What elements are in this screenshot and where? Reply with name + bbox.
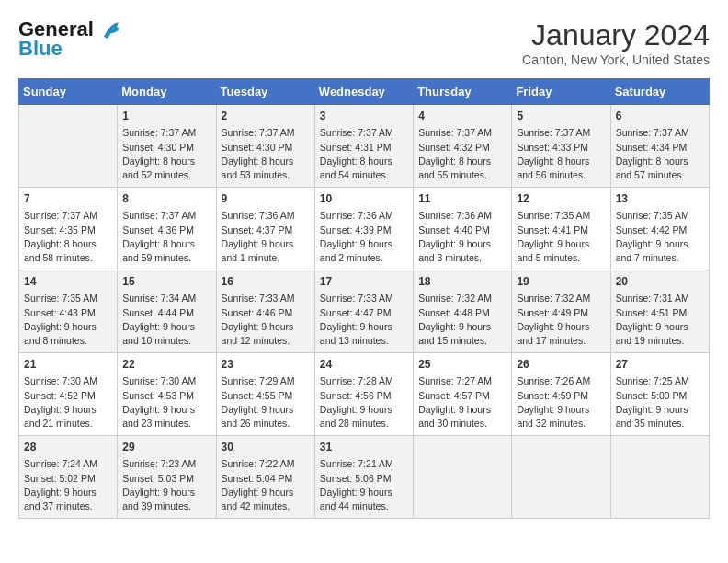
day-number: 21 [24, 357, 112, 373]
day-number: 3 [320, 109, 408, 124]
calendar-cell: 9Sunrise: 7:36 AM Sunset: 4:37 PM Daylig… [216, 188, 314, 270]
calendar-week-row: 28Sunrise: 7:24 AM Sunset: 5:02 PM Dayli… [19, 436, 710, 519]
day-number: 7 [24, 191, 112, 207]
calendar-cell: 10Sunrise: 7:36 AM Sunset: 4:39 PM Dayli… [314, 188, 413, 270]
day-number: 10 [320, 191, 408, 207]
day-number: 17 [320, 274, 408, 290]
calendar-cell: 15Sunrise: 7:34 AM Sunset: 4:44 PM Dayli… [118, 270, 216, 353]
day-info: Sunrise: 7:35 AM Sunset: 4:41 PM Dayligh… [517, 209, 605, 265]
day-number: 5 [517, 109, 605, 124]
calendar-cell: 22Sunrise: 7:30 AM Sunset: 4:53 PM Dayli… [118, 353, 216, 436]
day-number: 26 [517, 357, 605, 373]
calendar-title: January 2024 [522, 18, 710, 52]
calendar-cell: 1Sunrise: 7:37 AM Sunset: 4:30 PM Daylig… [118, 105, 216, 188]
day-info: Sunrise: 7:37 AM Sunset: 4:36 PM Dayligh… [122, 209, 210, 265]
day-info: Sunrise: 7:32 AM Sunset: 4:49 PM Dayligh… [517, 292, 605, 348]
calendar-cell: 24Sunrise: 7:28 AM Sunset: 4:56 PM Dayli… [314, 353, 413, 436]
day-number: 9 [222, 191, 310, 207]
day-number: 18 [418, 274, 506, 290]
weekday-header-row: SundayMondayTuesdayWednesdayThursdayFrid… [19, 79, 710, 105]
calendar-cell: 5Sunrise: 7:37 AM Sunset: 4:33 PM Daylig… [512, 105, 610, 188]
day-number: 16 [222, 274, 310, 290]
day-number: 19 [517, 274, 605, 290]
weekday-header-tuesday: Tuesday [216, 79, 314, 105]
calendar-cell: 14Sunrise: 7:35 AM Sunset: 4:43 PM Dayli… [19, 270, 118, 353]
day-info: Sunrise: 7:36 AM Sunset: 4:39 PM Dayligh… [320, 209, 408, 265]
day-info: Sunrise: 7:33 AM Sunset: 4:46 PM Dayligh… [222, 292, 310, 348]
day-info: Sunrise: 7:36 AM Sunset: 4:37 PM Dayligh… [222, 209, 310, 265]
calendar-cell: 18Sunrise: 7:32 AM Sunset: 4:48 PM Dayli… [414, 270, 512, 353]
calendar-week-row: 14Sunrise: 7:35 AM Sunset: 4:43 PM Dayli… [19, 270, 710, 353]
day-number: 27 [616, 357, 704, 373]
day-number: 11 [418, 191, 506, 207]
day-number: 28 [24, 440, 112, 455]
calendar-subtitle: Canton, New York, United States [522, 52, 710, 67]
logo-bird-icon [102, 20, 126, 40]
calendar-cell: 29Sunrise: 7:23 AM Sunset: 5:03 PM Dayli… [118, 436, 216, 519]
day-info: Sunrise: 7:35 AM Sunset: 4:43 PM Dayligh… [24, 292, 112, 348]
day-info: Sunrise: 7:30 AM Sunset: 4:53 PM Dayligh… [122, 374, 210, 431]
weekday-header-wednesday: Wednesday [314, 79, 413, 105]
day-number: 2 [222, 109, 310, 124]
calendar-cell: 19Sunrise: 7:32 AM Sunset: 4:49 PM Dayli… [512, 270, 610, 353]
day-info: Sunrise: 7:23 AM Sunset: 5:03 PM Dayligh… [122, 457, 210, 513]
calendar-cell: 28Sunrise: 7:24 AM Sunset: 5:02 PM Dayli… [19, 436, 118, 519]
day-info: Sunrise: 7:37 AM Sunset: 4:30 PM Dayligh… [222, 126, 310, 182]
day-info: Sunrise: 7:22 AM Sunset: 5:04 PM Dayligh… [222, 457, 310, 513]
calendar-cell: 27Sunrise: 7:25 AM Sunset: 5:00 PM Dayli… [610, 353, 709, 436]
day-number: 4 [418, 109, 506, 124]
day-number: 1 [122, 109, 210, 124]
day-info: Sunrise: 7:32 AM Sunset: 4:48 PM Dayligh… [418, 292, 506, 348]
weekday-header-saturday: Saturday [610, 79, 709, 105]
day-info: Sunrise: 7:27 AM Sunset: 4:57 PM Dayligh… [418, 374, 506, 431]
day-info: Sunrise: 7:37 AM Sunset: 4:34 PM Dayligh… [616, 126, 704, 182]
day-number: 22 [122, 357, 210, 373]
calendar-week-row: 1Sunrise: 7:37 AM Sunset: 4:30 PM Daylig… [19, 105, 710, 188]
day-number: 13 [616, 191, 704, 207]
calendar-week-row: 7Sunrise: 7:37 AM Sunset: 4:35 PM Daylig… [19, 188, 710, 270]
calendar-cell: 6Sunrise: 7:37 AM Sunset: 4:34 PM Daylig… [610, 105, 709, 188]
day-info: Sunrise: 7:30 AM Sunset: 4:52 PM Dayligh… [24, 374, 112, 431]
day-info: Sunrise: 7:37 AM Sunset: 4:33 PM Dayligh… [517, 126, 605, 182]
day-number: 14 [24, 274, 112, 290]
day-info: Sunrise: 7:31 AM Sunset: 4:51 PM Dayligh… [616, 292, 704, 348]
day-info: Sunrise: 7:37 AM Sunset: 4:32 PM Dayligh… [418, 126, 506, 182]
logo: General Blue [18, 18, 126, 61]
day-number: 31 [320, 440, 408, 455]
day-number: 24 [320, 357, 408, 373]
calendar-week-row: 21Sunrise: 7:30 AM Sunset: 4:52 PM Dayli… [19, 353, 710, 436]
calendar-cell [19, 105, 118, 188]
calendar-cell: 25Sunrise: 7:27 AM Sunset: 4:57 PM Dayli… [414, 353, 512, 436]
calendar-table: SundayMondayTuesdayWednesdayThursdayFrid… [18, 78, 710, 519]
day-info: Sunrise: 7:25 AM Sunset: 5:00 PM Dayligh… [616, 374, 704, 431]
calendar-cell: 8Sunrise: 7:37 AM Sunset: 4:36 PM Daylig… [118, 188, 216, 270]
weekday-header-sunday: Sunday [19, 79, 118, 105]
day-info: Sunrise: 7:34 AM Sunset: 4:44 PM Dayligh… [122, 292, 210, 348]
page-header: General Blue January 2024 Canton, New Yo… [18, 18, 710, 67]
calendar-cell: 11Sunrise: 7:36 AM Sunset: 4:40 PM Dayli… [414, 188, 512, 270]
calendar-cell: 21Sunrise: 7:30 AM Sunset: 4:52 PM Dayli… [19, 353, 118, 436]
calendar-cell [512, 436, 610, 519]
day-info: Sunrise: 7:37 AM Sunset: 4:31 PM Dayligh… [320, 126, 408, 182]
day-number: 29 [122, 440, 210, 455]
day-info: Sunrise: 7:24 AM Sunset: 5:02 PM Dayligh… [24, 457, 112, 513]
day-info: Sunrise: 7:29 AM Sunset: 4:55 PM Dayligh… [222, 374, 310, 431]
calendar-cell: 31Sunrise: 7:21 AM Sunset: 5:06 PM Dayli… [314, 436, 413, 519]
day-info: Sunrise: 7:21 AM Sunset: 5:06 PM Dayligh… [320, 457, 408, 513]
day-number: 30 [222, 440, 310, 455]
day-number: 25 [418, 357, 506, 373]
calendar-cell [414, 436, 512, 519]
calendar-cell: 3Sunrise: 7:37 AM Sunset: 4:31 PM Daylig… [314, 105, 413, 188]
day-number: 15 [122, 274, 210, 290]
calendar-cell: 12Sunrise: 7:35 AM Sunset: 4:41 PM Dayli… [512, 188, 610, 270]
day-info: Sunrise: 7:37 AM Sunset: 4:35 PM Dayligh… [24, 209, 112, 265]
calendar-cell: 17Sunrise: 7:33 AM Sunset: 4:47 PM Dayli… [314, 270, 413, 353]
calendar-cell: 16Sunrise: 7:33 AM Sunset: 4:46 PM Dayli… [216, 270, 314, 353]
day-number: 20 [616, 274, 704, 290]
calendar-cell: 23Sunrise: 7:29 AM Sunset: 4:55 PM Dayli… [216, 353, 314, 436]
calendar-cell: 2Sunrise: 7:37 AM Sunset: 4:30 PM Daylig… [216, 105, 314, 188]
calendar-cell: 4Sunrise: 7:37 AM Sunset: 4:32 PM Daylig… [414, 105, 512, 188]
calendar-cell [610, 436, 709, 519]
day-info: Sunrise: 7:37 AM Sunset: 4:30 PM Dayligh… [122, 126, 210, 182]
day-info: Sunrise: 7:26 AM Sunset: 4:59 PM Dayligh… [517, 374, 605, 431]
